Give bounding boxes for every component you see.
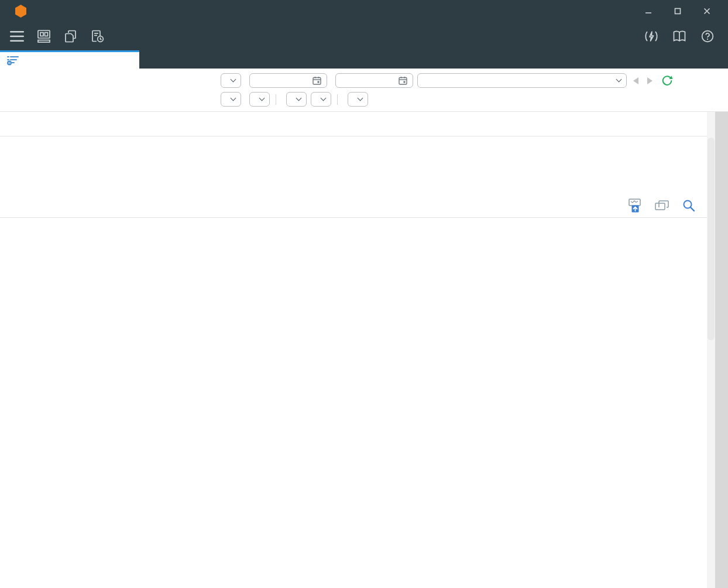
publish-upload-icon[interactable] [627,198,643,213]
minimize-button[interactable] [638,4,659,19]
chevron-down-icon [259,95,265,101]
tab-strip [0,50,728,69]
report-list-icon [7,55,19,66]
to-date-input[interactable] [335,73,413,88]
auto-refresh-dropdown[interactable] [348,92,368,107]
order-by-dropdown[interactable] [286,92,307,107]
duplicate-icon[interactable] [654,198,669,213]
documentation-book-icon[interactable] [671,28,688,45]
redpoint-logo-icon [15,5,26,18]
search-preview-icon[interactable] [681,198,696,213]
filter-header [0,69,728,111]
chevron-down-icon [321,95,327,101]
date-unpublished-value [511,158,600,173]
dashboard-layout-icon[interactable] [35,28,53,45]
app-toolbar [0,22,728,50]
right-gutter [715,112,728,588]
chevron-down-icon [296,95,302,101]
main-menu-icon[interactable] [8,28,26,45]
expanded-row-details [0,136,728,218]
state-dropdown[interactable] [221,92,241,107]
divider [276,94,276,105]
search-input[interactable] [423,76,612,85]
report-content [0,111,728,588]
calendar-icon [399,76,407,85]
published-url-value [36,158,427,173]
method-header-label [427,142,511,158]
details-actions [0,194,728,217]
realtime-flash-icon[interactable] [643,28,660,45]
history-forward-icon[interactable] [647,77,653,84]
method-dropdown[interactable] [249,92,270,107]
order-direction-dropdown[interactable] [311,92,331,107]
chevron-down-icon [616,77,622,83]
maximize-button[interactable] [667,4,688,19]
tab-published-content-report[interactable] [0,50,139,69]
method-value [427,158,511,173]
chevron-down-icon [358,95,363,101]
history-back-icon[interactable] [633,77,638,84]
published-url-label [36,142,427,158]
window-titlebar [0,0,728,22]
report-history-icon[interactable] [89,28,107,45]
search-combobox[interactable] [417,73,627,88]
pages-copy-icon[interactable] [62,28,80,45]
scrollbar-thumb[interactable] [708,138,715,340]
table-header [0,112,728,136]
from-date-input[interactable] [249,73,327,88]
close-button[interactable] [696,4,717,19]
divider [337,94,338,105]
help-icon[interactable] [699,28,716,45]
show-dropdown[interactable] [221,73,241,88]
refresh-icon[interactable] [661,75,673,87]
calendar-icon [313,76,321,85]
vertical-scrollbar[interactable] [707,112,715,588]
chevron-down-icon [231,95,236,101]
date-unpublished-label [511,142,600,158]
chevron-down-icon [231,77,236,83]
results-label [0,180,728,194]
